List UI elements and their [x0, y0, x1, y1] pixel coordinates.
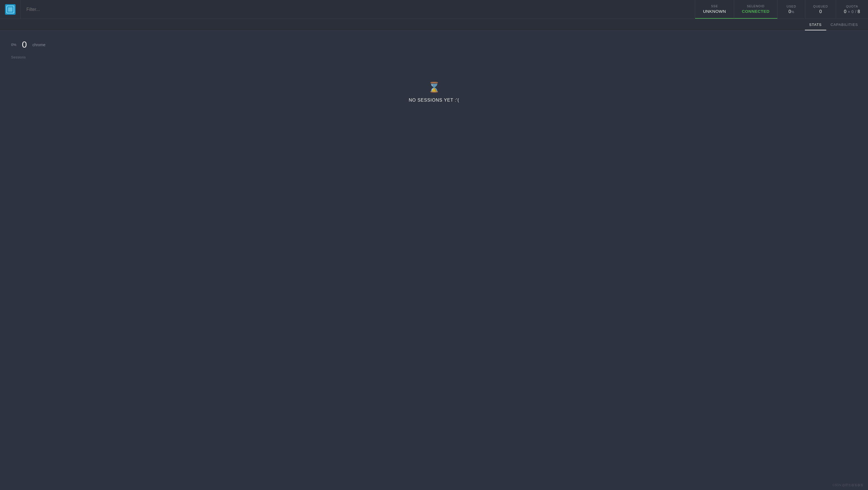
topbar: SSE UNKNOWN SELENOID CONNECTED USED 0% Q… [0, 0, 868, 19]
selenoid-value: CONNECTED [742, 9, 770, 13]
tab-stats[interactable]: STATS [805, 19, 826, 30]
filter-area[interactable] [21, 0, 695, 19]
sse-value: UNKNOWN [703, 9, 726, 13]
node-percent: 0% [11, 42, 17, 47]
quota-label: QUOTA [846, 5, 858, 8]
tabs-row: STATS CAPABILITIES [0, 19, 868, 31]
main-content: 0% 0 chrome Sessions ⌛ NO SESSIONS YET :… [0, 31, 868, 108]
tab-capabilities[interactable]: CAPABILITIES [826, 19, 862, 30]
used-label: USED [786, 5, 796, 8]
quota-value: 0 + 0 / 8 [844, 9, 860, 14]
queued-label: QUEUED [813, 5, 828, 8]
used-stat-block: USED 0% [777, 0, 805, 19]
watermark: CSDN @野生极客极客 [833, 483, 864, 487]
hourglass-icon: ⌛ [428, 82, 440, 93]
sse-stat-block: SSE UNKNOWN [695, 0, 734, 19]
no-sessions-text: NO SESSIONS YET :'( [409, 98, 459, 103]
queued-value: 0 [819, 9, 822, 14]
selenoid-stat-block: SELENOID CONNECTED [734, 0, 778, 19]
queued-stat-block: QUEUED 0 [805, 0, 836, 19]
empty-state: ⌛ NO SESSIONS YET :'( [11, 82, 857, 103]
used-value: 0% [788, 9, 794, 14]
sse-label: SSE [711, 4, 718, 8]
svg-rect-2 [8, 7, 12, 12]
logo-icon [5, 4, 16, 15]
node-browser: chrome [33, 42, 45, 47]
stats-area: SSE UNKNOWN SELENOID CONNECTED USED 0% Q… [695, 0, 868, 19]
quota-stat-block: QUOTA 0 + 0 / 8 [836, 0, 868, 19]
selenoid-label: SELENOID [747, 4, 765, 8]
node-row: 0% 0 chrome [11, 36, 857, 53]
logo-area [0, 0, 21, 19]
node-sessions-count: 0 [22, 39, 27, 50]
filter-input[interactable] [26, 7, 82, 12]
sessions-label: Sessions [11, 55, 857, 59]
